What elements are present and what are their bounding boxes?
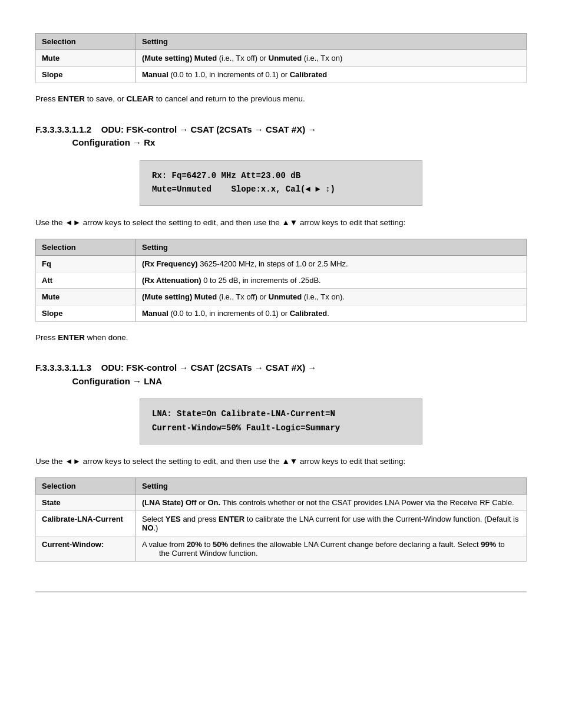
section-2-code-line1: Rx: Fq=6427.0 MHz Att=23.00 dB <box>152 171 300 180</box>
section-3: F.3.3.3.3.1.1.3 ODU: FSK-control → CSAT … <box>35 361 527 561</box>
top-table-col1-header: Selection <box>36 34 136 50</box>
section-3-row2-col1: Calibrate-LNA-Current <box>36 510 136 536</box>
top-paragraph: Press ENTER to save, or CLEAR to cancel … <box>35 93 527 106</box>
section-2-row4-col1: Slope <box>36 305 136 321</box>
section-3-table-col1-header: Selection <box>36 477 136 494</box>
top-table: Selection Setting Mute (Mute setting) Mu… <box>35 33 527 83</box>
table-row: Current-Window: A value from 20% to 50% … <box>36 536 527 561</box>
section-3-table: Selection Setting State (LNA State) Off … <box>35 477 527 562</box>
section-2-table-col2-header: Setting <box>136 239 527 255</box>
table-row: Fq (Rx Frequency) 3625-4200 MHz, in step… <box>36 255 527 272</box>
section-3-row2-col2: Select YES and press ENTER to calibrate … <box>136 510 527 536</box>
section-2-footer: Press ENTER when done. <box>35 331 527 344</box>
section-3-heading: F.3.3.3.3.1.1.3 ODU: FSK-control → CSAT … <box>35 361 527 388</box>
section-2: F.3.3.3.3.1.1.2 ODU: FSK-control → CSAT … <box>35 123 527 344</box>
section-2-row3-col1: Mute <box>36 288 136 305</box>
section-2-number: F.3.3.3.3.1.1.2 <box>35 124 91 134</box>
top-table-col2-header: Setting <box>136 34 527 50</box>
section-3-code-line1: LNA: State=On Calibrate-LNA-Current=N <box>152 409 335 419</box>
table-row: State (LNA State) Off or On. This contro… <box>36 494 527 510</box>
section-2-row1-col2: (Rx Frequency) 3625-4200 MHz, in steps o… <box>136 255 527 272</box>
section-3-table-col2-header: Setting <box>136 477 527 494</box>
bottom-rule <box>35 591 527 592</box>
table-row: Slope Manual (0.0 to 1.0, in increments … <box>36 67 527 83</box>
section-2-table-col1-header: Selection <box>36 239 136 255</box>
table-row: Att (Rx Attenuation) 0 to 25 dB, in incr… <box>36 272 527 288</box>
section-3-row1-col1: State <box>36 494 136 510</box>
section-3-code-box: LNA: State=On Calibrate-LNA-Current=N Cu… <box>140 398 422 444</box>
section-2-row4-col2: Manual (0.0 to 1.0, in increments of 0.1… <box>136 305 527 321</box>
section-3-row1-col2: (LNA State) Off or On. This controls whe… <box>136 494 527 510</box>
section-2-code-line2: Mute=Unmuted Slope:x.x, Cal(◄ ► ↕) <box>152 185 335 194</box>
table-row: Mute (Mute setting) Muted (i.e., Tx off)… <box>36 50 527 67</box>
section-2-row3-col2: (Mute setting) Muted (i.e., Tx off) or U… <box>136 288 527 305</box>
section-3-row3-col2: A value from 20% to 50% defines the allo… <box>136 536 527 561</box>
section-3-number: F.3.3.3.3.1.1.3 <box>35 363 91 373</box>
section-2-row2-col1: Att <box>36 272 136 288</box>
section-2-row2-col2: (Rx Attenuation) 0 to 25 dB, in incremen… <box>136 272 527 288</box>
section-2-table: Selection Setting Fq (Rx Frequency) 3625… <box>35 239 527 322</box>
top-table-row1-col2: (Mute setting) Muted (i.e., Tx off) or U… <box>136 50 527 67</box>
top-table-row1-col1: Mute <box>36 50 136 67</box>
section-2-heading: F.3.3.3.3.1.1.2 ODU: FSK-control → CSAT … <box>35 123 527 150</box>
section-3-code-line2: Current-Window=50% Fault-Logic=Summary <box>152 423 340 433</box>
table-row: Slope Manual (0.0 to 1.0, in increments … <box>36 305 527 321</box>
section-3-description: Use the ◄► arrow keys to select the sett… <box>35 455 527 468</box>
section-2-code-box: Rx: Fq=6427.0 MHz Att=23.00 dB Mute=Unmu… <box>140 160 422 206</box>
section-2-row1-col1: Fq <box>36 255 136 272</box>
top-table-row2-col2: Manual (0.0 to 1.0, in increments of 0.1… <box>136 67 527 83</box>
section-2-description: Use the ◄► arrow keys to select the sett… <box>35 216 527 229</box>
top-table-row2-col1: Slope <box>36 67 136 83</box>
table-row: Mute (Mute setting) Muted (i.e., Tx off)… <box>36 288 527 305</box>
section-3-row3-col1: Current-Window: <box>36 536 136 561</box>
table-row: Calibrate-LNA-Current Select YES and pre… <box>36 510 527 536</box>
